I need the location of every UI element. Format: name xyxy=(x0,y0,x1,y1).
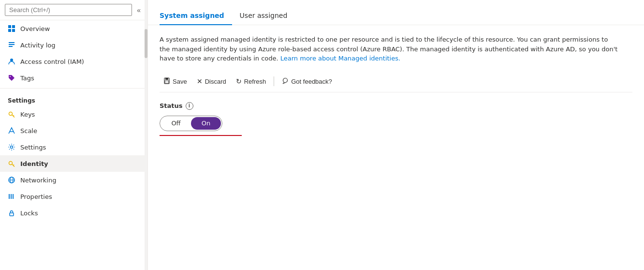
sidebar-item-settings[interactable]: Settings xyxy=(0,139,147,155)
iam-icon xyxy=(8,58,15,65)
sidebar-item-label-activity-log: Activity log xyxy=(20,42,56,49)
sidebar: « Overview Activity log Access control (… xyxy=(0,0,148,270)
toggle-container: Off On xyxy=(160,116,632,131)
svg-rect-5 xyxy=(9,44,15,45)
networking-icon xyxy=(8,176,15,184)
sidebar-item-label-keys: Keys xyxy=(20,111,35,118)
scale-icon xyxy=(8,127,15,135)
sidebar-item-label-settings: Settings xyxy=(20,144,46,151)
tags-icon xyxy=(8,74,15,82)
svg-rect-0 xyxy=(8,25,11,28)
keys-icon xyxy=(8,110,15,118)
sidebar-item-overview[interactable]: Overview xyxy=(0,20,147,37)
description-text: A system assigned managed identity is re… xyxy=(160,35,619,63)
svg-rect-21 xyxy=(165,78,168,80)
overview-icon xyxy=(8,25,15,32)
svg-rect-16 xyxy=(9,194,10,199)
locks-icon xyxy=(8,209,15,217)
settings-section-label: Settings xyxy=(0,90,147,106)
toolbar-divider xyxy=(274,76,274,86)
settings-icon xyxy=(8,143,15,151)
svg-point-12 xyxy=(9,162,13,165)
properties-icon xyxy=(8,193,15,200)
feedback-icon xyxy=(282,77,289,86)
svg-point-7 xyxy=(10,59,13,61)
sidebar-item-label-scale: Scale xyxy=(20,127,37,135)
svg-rect-22 xyxy=(165,81,169,83)
status-toggle[interactable]: Off On xyxy=(160,116,222,131)
save-button[interactable]: Save xyxy=(160,75,191,88)
sidebar-divider xyxy=(0,88,147,89)
svg-rect-17 xyxy=(11,194,12,199)
svg-rect-6 xyxy=(9,46,13,47)
sidebar-item-networking[interactable]: Networking xyxy=(0,172,147,188)
sidebar-item-properties[interactable]: Properties xyxy=(0,188,147,205)
search-input[interactable] xyxy=(5,4,132,16)
svg-point-8 xyxy=(10,76,11,77)
svg-point-23 xyxy=(283,78,288,82)
sidebar-item-locks[interactable]: Locks xyxy=(0,205,147,221)
svg-rect-2 xyxy=(8,29,11,32)
svg-rect-1 xyxy=(12,25,15,28)
status-label-text: Status xyxy=(160,102,183,109)
content-area: A system assigned managed identity is re… xyxy=(148,25,644,270)
sidebar-item-label-networking: Networking xyxy=(20,177,56,184)
collapse-sidebar-button[interactable]: « xyxy=(135,4,143,16)
save-icon xyxy=(163,77,170,86)
discard-icon: ✕ xyxy=(197,77,203,85)
toggle-on-option[interactable]: On xyxy=(191,117,221,130)
sidebar-scrollbar-thumb[interactable] xyxy=(145,29,147,58)
sidebar-item-access-control[interactable]: Access control (IAM) xyxy=(0,53,147,70)
sidebar-item-label-properties: Properties xyxy=(20,193,52,200)
sidebar-item-label-tags: Tags xyxy=(20,75,34,82)
svg-rect-18 xyxy=(13,194,14,199)
tab-system-assigned[interactable]: System assigned xyxy=(160,8,232,25)
sidebar-item-activity-log[interactable]: Activity log xyxy=(0,37,147,53)
sidebar-item-scale[interactable]: Scale xyxy=(0,122,147,139)
svg-point-9 xyxy=(9,112,13,116)
identity-icon xyxy=(8,160,15,167)
sidebar-item-keys[interactable]: Keys xyxy=(0,106,147,122)
search-box: « xyxy=(0,0,147,20)
sidebar-item-label-identity: Identity xyxy=(20,160,48,167)
sidebar-scrollbar-track xyxy=(145,0,147,270)
feedback-button[interactable]: Got feedback? xyxy=(278,75,336,88)
svg-rect-19 xyxy=(10,213,14,216)
sidebar-item-tags[interactable]: Tags xyxy=(0,70,147,86)
status-label-row: Status i xyxy=(160,102,632,110)
svg-rect-4 xyxy=(9,42,15,43)
nav-group-main: Overview Activity log Access control (IA… xyxy=(0,20,147,86)
sidebar-item-identity[interactable]: Identity xyxy=(0,155,147,172)
refresh-icon: ↻ xyxy=(236,77,242,85)
status-section: Status i Off On xyxy=(160,102,632,131)
sidebar-item-label-overview: Overview xyxy=(20,25,50,32)
sidebar-item-label-locks: Locks xyxy=(20,210,38,217)
toggle-underline xyxy=(160,135,242,136)
main-content: System assigned User assigned A system a… xyxy=(148,0,644,270)
toggle-off-option[interactable]: Off xyxy=(161,117,191,130)
discard-button[interactable]: ✕ Discard xyxy=(193,75,230,88)
activity-log-icon xyxy=(8,41,15,49)
refresh-button[interactable]: ↻ Refresh xyxy=(232,75,270,88)
nav-group-settings: Settings Keys Scale Settings Identity xyxy=(0,90,147,221)
tab-user-assigned[interactable]: User assigned xyxy=(232,8,295,25)
toolbar: Save ✕ Discard ↻ Refresh Got feedback? xyxy=(160,71,632,92)
svg-rect-3 xyxy=(12,29,15,32)
status-info-icon[interactable]: i xyxy=(186,102,193,110)
svg-point-11 xyxy=(11,146,13,149)
tab-bar: System assigned User assigned xyxy=(148,0,644,25)
sidebar-item-label-iam: Access control (IAM) xyxy=(20,58,84,65)
learn-more-link[interactable]: Learn more about Managed identities. xyxy=(280,55,400,62)
